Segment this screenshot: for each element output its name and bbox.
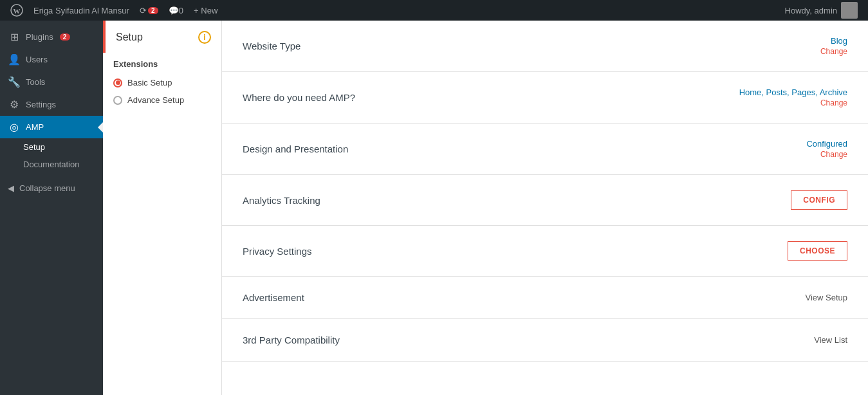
sidebar-sub-label-documentation: Documentation xyxy=(23,160,79,169)
privacy-choose-button[interactable]: CHOOSE xyxy=(788,241,847,261)
settings-icon: ⚙ xyxy=(8,98,21,111)
privacy-label: Privacy Settings xyxy=(243,246,312,257)
design-row: Design and Presentation Configured Chang… xyxy=(222,124,868,175)
collapse-menu-button[interactable]: ◀ Collapse menu xyxy=(0,178,103,198)
advance-setup-radio[interactable] xyxy=(113,96,122,105)
analytics-config-button[interactable]: CONFIG xyxy=(791,190,847,210)
updates-bar-item[interactable]: ⟳ 2 xyxy=(134,0,163,21)
third-party-link[interactable]: View List xyxy=(814,335,847,345)
sidebar-item-tools[interactable]: 🔧 Tools xyxy=(0,71,103,93)
advertisement-link[interactable]: View Setup xyxy=(805,293,847,302)
main-content: Website Type Blog Change Where do you ne… xyxy=(222,21,868,395)
wp-logo-icon[interactable]: W xyxy=(5,4,28,17)
website-type-value: Blog xyxy=(831,36,847,46)
amp-icon: ◎ xyxy=(8,121,21,133)
sidebar-label-plugins: Plugins xyxy=(26,32,53,42)
third-party-label: 3rd Party Compatibility xyxy=(243,335,340,345)
users-icon: 👤 xyxy=(8,53,21,66)
collapse-icon: ◀ xyxy=(8,183,14,193)
sidebar-sub-item-documentation[interactable]: Documentation xyxy=(0,156,103,173)
content-inner: Website Type Blog Change Where do you ne… xyxy=(222,21,868,395)
where-amp-label: Where do you need AMP? xyxy=(243,92,355,103)
advertisement-right: View Setup xyxy=(805,293,847,302)
where-amp-row: Where do you need AMP? Home, Posts, Page… xyxy=(222,72,868,124)
comments-bar-item[interactable]: 💬 0 xyxy=(163,0,189,21)
howdy-label: Howdy, admin xyxy=(785,6,837,15)
collapse-label: Collapse menu xyxy=(19,183,75,193)
sidebar-sub-label-setup: Setup xyxy=(23,142,45,152)
admin-bar: W Eriga Syifaudin Al Mansur ⟳ 2 💬 0 + Ne… xyxy=(0,0,868,21)
analytics-right: CONFIG xyxy=(791,190,847,210)
advertisement-row: Advertisement View Setup xyxy=(222,277,868,319)
admin-avatar[interactable] xyxy=(841,2,858,19)
sidebar-label-settings: Settings xyxy=(26,100,56,109)
where-amp-change[interactable]: Change xyxy=(820,98,847,107)
sidebar: ⊞ Plugins 2 👤 Users 🔧 Tools ⚙ Settings ◎… xyxy=(0,21,103,395)
analytics-row: Analytics Tracking CONFIG xyxy=(222,175,868,226)
site-name-label: Eriga Syifaudin Al Mansur xyxy=(33,6,129,15)
sidebar-label-amp: AMP xyxy=(26,122,44,132)
design-configured: Configured xyxy=(806,139,847,149)
new-label: + New xyxy=(194,6,217,15)
sidebar-item-settings[interactable]: ⚙ Settings xyxy=(0,93,103,116)
where-amp-value: Home, Posts, Pages, Archive xyxy=(739,87,847,97)
extensions-title: Extensions xyxy=(103,53,221,74)
where-amp-right: Home, Posts, Pages, Archive Change xyxy=(739,87,847,107)
third-party-right: View List xyxy=(814,335,847,345)
inner-panel: Setup i Extensions Basic Setup Advance S… xyxy=(103,21,222,395)
privacy-row: Privacy Settings CHOOSE xyxy=(222,226,868,277)
svg-text:W: W xyxy=(14,7,21,15)
analytics-label: Analytics Tracking xyxy=(243,195,320,206)
website-type-right: Blog Change xyxy=(820,36,847,56)
setup-title: Setup xyxy=(116,32,143,43)
basic-setup-option[interactable]: Basic Setup xyxy=(103,74,221,91)
third-party-row: 3rd Party Compatibility View List xyxy=(222,319,868,362)
website-type-label: Website Type xyxy=(243,41,300,51)
advance-setup-option[interactable]: Advance Setup xyxy=(103,91,221,109)
info-icon[interactable]: i xyxy=(198,31,211,44)
advance-setup-label: Advance Setup xyxy=(127,95,184,105)
sidebar-item-users[interactable]: 👤 Users xyxy=(0,48,103,71)
amp-arrow xyxy=(98,122,103,133)
sidebar-label-users: Users xyxy=(26,55,48,64)
updates-badge: 2 xyxy=(148,7,158,14)
comments-count: 0 xyxy=(179,6,183,15)
comments-icon: 💬 xyxy=(169,6,179,15)
website-type-change[interactable]: Change xyxy=(820,47,847,56)
basic-setup-radio[interactable] xyxy=(113,78,122,87)
plugins-icon: ⊞ xyxy=(8,31,21,43)
privacy-right: CHOOSE xyxy=(788,241,847,261)
sidebar-sub-item-setup[interactable]: Setup xyxy=(0,138,103,156)
advertisement-label: Advertisement xyxy=(243,292,304,303)
design-change[interactable]: Change xyxy=(820,150,847,159)
setup-header: Setup i xyxy=(103,21,221,53)
updates-icon: ⟳ xyxy=(140,6,147,15)
sidebar-item-plugins[interactable]: ⊞ Plugins 2 xyxy=(0,26,103,48)
plugins-badge: 2 xyxy=(60,33,70,41)
design-label: Design and Presentation xyxy=(243,143,348,154)
adminbar-right: Howdy, admin xyxy=(780,2,863,19)
sidebar-label-tools: Tools xyxy=(26,77,45,87)
site-name-bar[interactable]: Eriga Syifaudin Al Mansur xyxy=(28,0,134,21)
sidebar-item-amp[interactable]: ◎ AMP xyxy=(0,116,103,138)
tools-icon: 🔧 xyxy=(8,76,21,88)
design-right: Configured Change xyxy=(806,139,847,159)
new-content-bar-item[interactable]: + New xyxy=(189,0,223,21)
basic-setup-label: Basic Setup xyxy=(127,78,172,87)
website-type-row: Website Type Blog Change xyxy=(222,21,868,72)
